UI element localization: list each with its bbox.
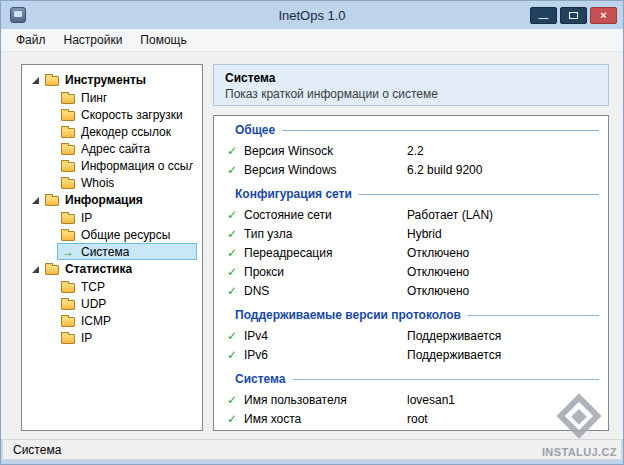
tree-item-label: Адрес сайта bbox=[81, 142, 150, 156]
app-window: InetOps 1.0 — × Файл Настройки Помощь Ин… bbox=[0, 0, 624, 465]
section-divider bbox=[293, 379, 599, 380]
folder-icon bbox=[61, 94, 75, 104]
tree-item-tcp[interactable]: TCP bbox=[57, 278, 197, 295]
section-title: Конфигурация сети bbox=[235, 187, 352, 201]
info-label: IPv4 bbox=[244, 329, 407, 343]
info-row: ✓ Тип узла Hybrid bbox=[222, 224, 600, 243]
info-row: ✓ DNS Отключено bbox=[222, 281, 600, 300]
info-row: ✓ Прокси Отключено bbox=[222, 262, 600, 281]
tree-node-label: Информация bbox=[65, 193, 143, 207]
expander-icon[interactable] bbox=[32, 266, 39, 273]
info-row: ✓ Переадресация Отключено bbox=[222, 243, 600, 262]
check-icon: ✓ bbox=[227, 348, 244, 362]
tree-item-link-info[interactable]: Информация о ссылке bbox=[57, 157, 197, 174]
window-controls: — × bbox=[530, 7, 617, 24]
check-icon: ✓ bbox=[227, 329, 244, 343]
info-value: root bbox=[407, 412, 600, 426]
main-area: Система Показ краткой информации о систе… bbox=[213, 64, 609, 431]
info-row: ✓ Имя хоста root bbox=[222, 409, 600, 428]
tree-node-tools[interactable]: Инструменты bbox=[24, 71, 200, 89]
info-value: Поддерживается bbox=[407, 329, 600, 343]
tree-item-label: ICMP bbox=[81, 314, 111, 328]
folder-icon bbox=[61, 334, 75, 344]
info-value: Поддерживается bbox=[407, 348, 600, 362]
info-row: ✓ Состояние сети Работает (LAN) bbox=[222, 205, 600, 224]
check-icon: ✓ bbox=[227, 144, 244, 158]
info-value: Отключено bbox=[407, 265, 600, 279]
navigation-tree: Инструменты Пинг Скорость загрузки Декод… bbox=[21, 64, 203, 431]
tree-item-icmp[interactable]: ICMP bbox=[57, 312, 197, 329]
section-divider bbox=[359, 194, 599, 195]
tree-item-ping[interactable]: Пинг bbox=[57, 89, 197, 106]
tree-item-label: Система bbox=[81, 245, 129, 259]
tree-item-udp[interactable]: UDP bbox=[57, 295, 197, 312]
info-row: ✓ IPv4 Поддерживается bbox=[222, 326, 600, 345]
info-label: IPv6 bbox=[244, 348, 407, 362]
tree-item-whois[interactable]: Whois bbox=[57, 174, 197, 191]
client-area: Инструменты Пинг Скорость загрузки Декод… bbox=[1, 52, 623, 439]
tree-item-stats-ip[interactable]: IP bbox=[57, 329, 197, 346]
tree-item-label: Пинг bbox=[81, 91, 107, 105]
check-icon: ✓ bbox=[227, 265, 244, 279]
folder-icon bbox=[45, 196, 59, 206]
check-icon: ✓ bbox=[227, 412, 244, 426]
info-value: lovesan1 bbox=[407, 393, 600, 407]
close-icon: × bbox=[600, 9, 606, 21]
tree-item-download-speed[interactable]: Скорость загрузки bbox=[57, 106, 197, 123]
menu-file[interactable]: Файл bbox=[7, 30, 55, 50]
folder-icon bbox=[61, 300, 75, 310]
folder-icon bbox=[61, 128, 75, 138]
close-button[interactable]: × bbox=[590, 7, 617, 24]
tree-item-label: Информация о ссылке bbox=[81, 159, 193, 173]
folder-icon bbox=[45, 265, 59, 275]
check-icon: ✓ bbox=[227, 246, 244, 260]
minimize-icon: — bbox=[539, 16, 549, 20]
section-header-general: Общее bbox=[235, 123, 599, 137]
tree-item-site-address[interactable]: Адрес сайта bbox=[57, 140, 197, 157]
section-title: Поддерживаемые версии протоколов bbox=[235, 308, 461, 322]
tree-node-label: Статистика bbox=[65, 262, 132, 276]
menu-settings[interactable]: Настройки bbox=[55, 30, 132, 50]
info-label: Версия Windows bbox=[244, 163, 407, 177]
menu-help[interactable]: Помощь bbox=[131, 30, 195, 50]
window-frame-bottom bbox=[1, 460, 623, 464]
tree-item-label: TCP bbox=[81, 280, 105, 294]
tree-item-system[interactable]: → Система bbox=[57, 243, 197, 260]
info-row: ✓ Версия Winsock 2.2 bbox=[222, 141, 600, 160]
folder-icon bbox=[61, 214, 75, 224]
check-icon: ✓ bbox=[227, 227, 244, 241]
tree-item-label: Общие ресурсы bbox=[81, 228, 170, 242]
menu-bar: Файл Настройки Помощь bbox=[1, 29, 623, 52]
info-value: Hybrid bbox=[407, 227, 600, 241]
tree-node-statistics[interactable]: Статистика bbox=[24, 260, 200, 278]
section-header-system: Система bbox=[235, 372, 599, 386]
check-icon: ✓ bbox=[227, 284, 244, 298]
info-label: DNS bbox=[244, 284, 407, 298]
tree-item-label: UDP bbox=[81, 297, 106, 311]
maximize-button[interactable] bbox=[560, 7, 587, 24]
minimize-button[interactable]: — bbox=[530, 7, 557, 24]
info-value: Отключено bbox=[407, 284, 600, 298]
page-title: Система bbox=[225, 70, 597, 86]
tree-item-shared-resources[interactable]: Общие ресурсы bbox=[57, 226, 197, 243]
expander-icon[interactable] bbox=[32, 197, 39, 204]
expander-icon[interactable] bbox=[32, 77, 39, 84]
info-label: Переадресация bbox=[244, 246, 407, 260]
status-text: Система bbox=[13, 443, 61, 457]
check-icon: ✓ bbox=[227, 208, 244, 222]
tree-item-link-decoder[interactable]: Декодер ссылок bbox=[57, 123, 197, 140]
info-label: Имя хоста bbox=[244, 412, 407, 426]
info-label: Версия Winsock bbox=[244, 144, 407, 158]
tree-item-label: Скорость загрузки bbox=[81, 108, 183, 122]
tree-node-label: Инструменты bbox=[65, 73, 146, 87]
info-value: 2.2 bbox=[407, 144, 600, 158]
page-subtitle: Показ краткой информации о системе bbox=[225, 86, 597, 102]
folder-icon bbox=[61, 317, 75, 327]
tree-node-information[interactable]: Информация bbox=[24, 191, 200, 209]
tree-item-ip[interactable]: IP bbox=[57, 209, 197, 226]
maximize-icon bbox=[569, 12, 578, 19]
title-bar[interactable]: InetOps 1.0 — × bbox=[1, 1, 623, 29]
section-title: Общее bbox=[235, 123, 275, 137]
folder-icon bbox=[61, 283, 75, 293]
section-divider bbox=[468, 315, 599, 316]
